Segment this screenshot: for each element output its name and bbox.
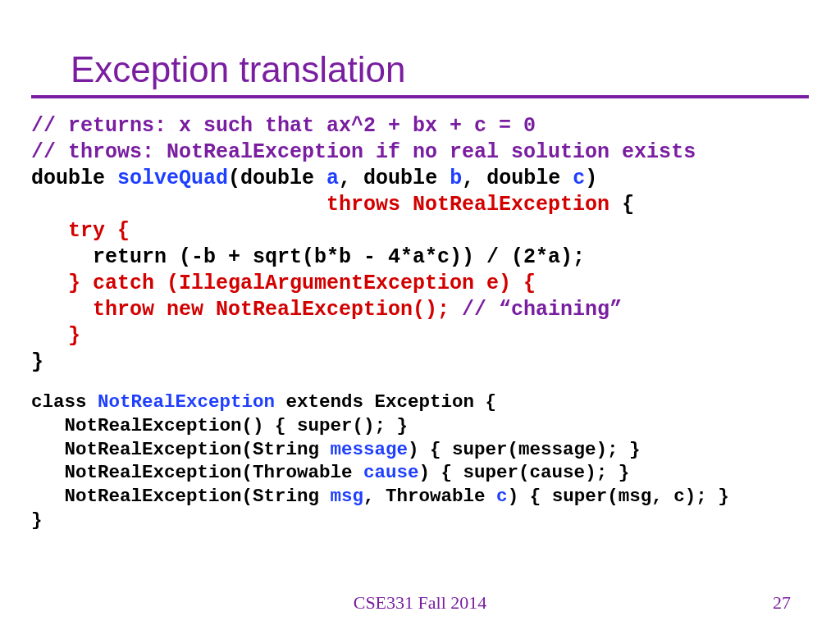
code-ctor-2a: NotRealException(Throwable — [31, 462, 363, 483]
code-param-cause: cause — [363, 462, 419, 483]
code-param-a: a — [326, 167, 339, 190]
page-number: 27 — [773, 592, 791, 614]
slide-title: Exception translation — [71, 49, 809, 90]
code-class-close: } — [31, 509, 43, 531]
code-ctor-0: NotRealException() { super(); } — [31, 415, 408, 436]
code-param-msg: msg — [331, 486, 364, 507]
code-param-c: c — [573, 167, 585, 190]
code-kw-class: class — [31, 391, 98, 413]
code-comment-chaining: // “chaining” — [450, 298, 622, 322]
code-throw-new: throw new NotRealException(); — [31, 298, 450, 322]
code-text: ) — [585, 167, 597, 190]
code-kw-double: double — [31, 167, 117, 190]
code-ctor-3a: NotRealException(String — [31, 486, 331, 507]
code-classname: NotRealException — [98, 391, 275, 413]
code-catch: } catch (IllegalArgumentException e) { — [31, 272, 536, 295]
code-comment-returns: // returns: x such that ax^2 + bx + c = … — [31, 114, 536, 138]
code-text: { — [609, 193, 634, 217]
code-throws: throws NotRealException — [326, 193, 609, 217]
code-param-message: message — [331, 439, 409, 460]
code-ctor-2b: ) { super(cause); } — [419, 462, 630, 483]
code-return: return (-b + sqrt(b*b - 4*a*c)) / (2*a); — [31, 245, 585, 269]
footer-text: CSE331 Fall 2014 — [0, 592, 840, 614]
code-block-main: // returns: x such that ax^2 + bx + c = … — [31, 113, 809, 376]
code-block-class: class NotRealException extends Exception… — [31, 390, 809, 532]
code-param-c2: c — [496, 486, 508, 507]
code-param-b: b — [450, 167, 462, 190]
code-pad — [31, 193, 326, 217]
code-ctor-1a: NotRealException(String — [31, 439, 331, 460]
code-fn-solvequad: solveQuad — [117, 167, 228, 190]
slide: Exception translation // returns: x such… — [0, 0, 840, 630]
code-brace-close: } — [31, 350, 43, 374]
code-text: (double — [228, 167, 326, 190]
code-ctor-1b: ) { super(message); } — [408, 439, 641, 460]
code-brace: } — [31, 324, 80, 348]
code-text: , double — [339, 167, 450, 190]
title-divider — [31, 95, 809, 98]
code-ctor-3b: , Throwable — [363, 486, 496, 507]
code-comment-throws: // throws: NotRealException if no real s… — [31, 140, 696, 164]
code-ctor-3c: ) { super(msg, c); } — [508, 486, 729, 507]
code-text: , double — [462, 167, 573, 190]
code-text: extends Exception { — [275, 391, 496, 413]
code-try: try { — [31, 219, 130, 243]
